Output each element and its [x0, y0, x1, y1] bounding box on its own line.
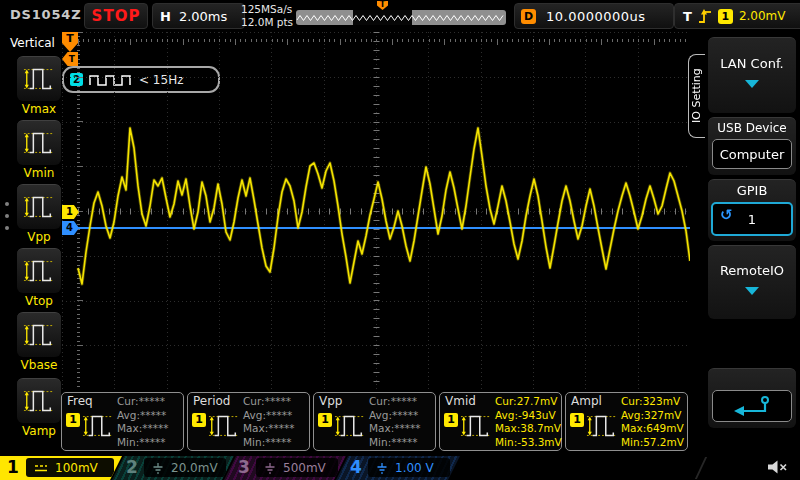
measurement-name: Freq [67, 394, 93, 408]
run-state-indicator[interactable]: STOP [84, 3, 148, 29]
gpib-label: GPIB [708, 183, 796, 198]
channel2-status[interactable]: 2 20.0mV [112, 456, 234, 480]
vtop-label: Vtop [15, 294, 63, 308]
channel-status-bar: 1 100mV 2 20.0mV 3 500mV 4 1.00 V [0, 456, 800, 480]
channel4-status[interactable]: 4 1.00 V [336, 456, 460, 480]
channel4-number: 4 [350, 456, 362, 479]
gpib-button[interactable]: GPIB ↺ 1 [708, 179, 796, 241]
vmax-icon [22, 63, 56, 95]
trigger-label: T [683, 9, 692, 24]
measurement-box-vmid: Vmid 1 Cur:27.7mV Avg:-943uV Max:38.7mV … [439, 392, 562, 451]
return-arrow-icon [732, 395, 772, 417]
vpp-label: Vpp [15, 230, 63, 244]
menu-page-dot [5, 226, 9, 230]
trigger-readout[interactable]: T 1 2.00mV [674, 3, 800, 29]
measurement-max: Max:***** [369, 422, 421, 436]
measurement-max: Max:38.7mV [495, 422, 562, 436]
measure-item-vmin[interactable]: Vmin [15, 120, 63, 180]
vpp-measure-icon [333, 410, 367, 442]
menu-page-dot [5, 214, 9, 218]
measurement-min: Min:57.2mV [621, 436, 684, 450]
remoteio-button[interactable]: RemoteIO [708, 245, 796, 319]
channel1-status[interactable]: 1 100mV [0, 456, 122, 480]
vamp-icon [22, 385, 56, 417]
trigger-level-value: 2.00mV [739, 9, 786, 23]
delay-badge: D [521, 9, 536, 24]
period-measure-icon [207, 410, 241, 442]
vmid-measure-icon [459, 410, 493, 442]
measure-menu-title: Vertical [10, 36, 55, 50]
memory-trigger-marker[interactable]: T [377, 1, 388, 10]
measure-item-vmax[interactable]: Vmax [15, 56, 63, 116]
measurement-max: Max:***** [117, 422, 169, 436]
channel3-status[interactable]: 3 500mV [224, 456, 346, 480]
waveform-memory-bar[interactable]: T [296, 10, 506, 25]
timebase-value: 2.00ms [179, 9, 227, 24]
speaker-muted-icon [766, 459, 788, 475]
usb-device-value-box: Computer [712, 139, 792, 169]
menu-page-dot [5, 202, 9, 206]
measurement-name: Vpp [319, 394, 342, 408]
back-icon-box [712, 390, 792, 422]
run-state-label: STOP [92, 7, 141, 25]
freq-measure-icon [81, 410, 115, 442]
menu-back-button[interactable] [708, 368, 796, 428]
delay-value: 10.0000000us [546, 9, 646, 24]
measure-item-vamp[interactable]: Vamp [15, 378, 63, 438]
scope-display: 1 4 T T 2 < 15Hz [62, 32, 690, 390]
measure-item-vpp[interactable]: Vpp [15, 184, 63, 244]
channel2-scale: 20.0mV [171, 461, 218, 475]
chevron-down-icon [745, 80, 759, 88]
measurement-box-vpp: Vpp 1 Cur:***** Avg:***** Max:***** Min:… [313, 392, 436, 451]
measurement-cur: Cur:***** [117, 395, 169, 409]
measure-item-vtop[interactable]: Vtop [15, 248, 63, 308]
model-label: DS1054Z [10, 7, 81, 22]
ampl-measure-icon [585, 410, 619, 442]
measurement-name: Vmid [445, 394, 476, 408]
measurement-channel-badge: 1 [66, 413, 80, 427]
vbase-icon [22, 319, 56, 351]
delay-readout[interactable]: D 10.0000000us [514, 3, 674, 29]
coupling-icon [34, 463, 48, 473]
usb-device-button[interactable]: USB Device Computer [708, 117, 796, 175]
measurement-box-ampl: Ampl 1 Cur:323mV Avg:327mV Max:649mV Min… [565, 392, 688, 451]
gpib-value-box[interactable]: ↺ 1 [711, 202, 793, 236]
lan-conf-button[interactable]: LAN Conf. [708, 37, 796, 113]
ground-coupling-icon [152, 462, 164, 474]
vamp-label: Vamp [15, 424, 63, 438]
usb-device-label: USB Device [708, 121, 796, 135]
horizontal-timebase[interactable]: H 2.00ms [152, 3, 245, 29]
memory-depth: 12.0M pts [241, 16, 293, 29]
measurement-min: Min:***** [369, 436, 421, 450]
sample-rate: 125MSa/s [241, 3, 293, 16]
usb-device-value: Computer [720, 147, 785, 162]
measurement-avg: Avg:***** [117, 409, 169, 423]
measure-item-vbase[interactable]: Vbase [15, 312, 63, 372]
vmin-icon [22, 127, 56, 159]
remoteio-label: RemoteIO [708, 263, 796, 278]
vpp-icon [22, 191, 56, 223]
channel3-number: 3 [238, 456, 250, 479]
measurement-max: Max:***** [243, 422, 295, 436]
vtop-icon [22, 255, 56, 287]
acquisition-info: 125MSa/s 12.0M pts [241, 3, 293, 28]
vmin-label: Vmin [15, 166, 63, 180]
measurement-avg: Avg:-943uV [495, 409, 562, 423]
measurement-box-period: Period 1 Cur:***** Avg:***** Max:***** M… [187, 392, 310, 451]
measurement-avg: Avg:***** [243, 409, 295, 423]
measurement-min: Min:-53.3mV [495, 436, 562, 450]
measurement-cur: Cur:***** [243, 395, 295, 409]
rotate-knob-icon: ↺ [720, 208, 733, 223]
channel1-number: 1 [7, 456, 19, 479]
lan-conf-label: LAN Conf. [708, 56, 796, 71]
measurement-cur: Cur:***** [369, 395, 421, 409]
measurement-max: Max:649mV [621, 422, 684, 436]
measurement-cur: Cur:323mV [621, 395, 684, 409]
measurement-channel-badge: 1 [444, 413, 458, 427]
io-setting-tab: IO Setting [688, 54, 705, 138]
measurement-box-freq: Freq 1 Cur:***** Avg:***** Max:***** Min… [61, 392, 184, 451]
measurement-channel-badge: 1 [318, 413, 332, 427]
measurement-channel-badge: 1 [192, 413, 206, 427]
measurement-name: Ampl [571, 394, 602, 408]
channel4-scale: 1.00 V [395, 461, 434, 475]
